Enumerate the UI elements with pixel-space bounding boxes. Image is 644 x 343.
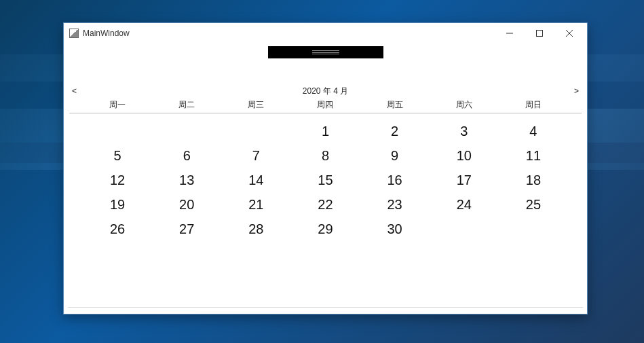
day-cell[interactable]: 4	[499, 119, 568, 143]
svg-rect-1	[537, 31, 543, 37]
day-cell[interactable]: 11	[499, 143, 568, 168]
day-cell[interactable]: 13	[152, 168, 221, 192]
days-grid: 1 2 3 4 5 6 7 8 9 10 11 12 13 14 15 16 1…	[69, 113, 582, 241]
next-month-button[interactable]: >	[571, 86, 582, 96]
day-header: 周日	[499, 98, 568, 113]
day-header: 周六	[430, 98, 499, 113]
day-headers-row: 周一 周二 周三 周四 周五 周六 周日	[69, 98, 582, 113]
main-window: MainWindow < 2020 年 4 月 > 周一 周二 周三 周四 周五	[63, 22, 588, 314]
day-cell[interactable]: 23	[360, 192, 430, 217]
day-cell[interactable]: 3	[430, 119, 499, 143]
day-cell[interactable]: 10	[430, 143, 499, 168]
window-title: MainWindow	[83, 29, 130, 38]
day-header: 周四	[290, 98, 360, 113]
day-cell[interactable]: 18	[499, 168, 568, 192]
day-cell[interactable]: 29	[290, 217, 360, 241]
day-cell[interactable]: 25	[499, 192, 568, 217]
day-cell[interactable]	[221, 119, 290, 143]
day-cell[interactable]: 6	[152, 143, 221, 168]
prev-month-button[interactable]: <	[69, 86, 79, 96]
day-cell[interactable]: 24	[430, 192, 499, 217]
day-cell[interactable]: 9	[360, 143, 430, 168]
day-cell[interactable]: 2	[360, 119, 430, 143]
day-cell[interactable]: 22	[290, 192, 360, 217]
day-header: 周三	[221, 98, 290, 113]
day-cell[interactable]: 8	[290, 143, 360, 168]
day-cell[interactable]: 5	[83, 143, 152, 168]
day-cell[interactable]	[152, 119, 221, 143]
day-cell[interactable]: 28	[221, 217, 290, 241]
day-cell[interactable]: 15	[290, 168, 360, 192]
day-cell[interactable]: 26	[83, 217, 152, 241]
day-cell[interactable]: 30	[360, 217, 430, 241]
grip-icon	[312, 50, 339, 54]
day-cell[interactable]: 20	[152, 192, 221, 217]
day-cell[interactable]: 14	[221, 168, 290, 192]
month-navigation: < 2020 年 4 月 >	[69, 84, 582, 98]
day-cell[interactable]: 19	[83, 192, 152, 217]
day-cell[interactable]: 16	[360, 168, 430, 192]
day-header: 周二	[152, 98, 221, 113]
day-cell[interactable]	[499, 217, 568, 241]
month-label[interactable]: 2020 年 4 月	[303, 86, 348, 97]
close-button[interactable]	[554, 24, 584, 43]
minimize-button[interactable]	[495, 24, 525, 43]
day-header: 周一	[83, 98, 152, 113]
drag-handle[interactable]	[268, 46, 383, 58]
day-cell[interactable]	[83, 119, 152, 143]
day-cell[interactable]: 1	[290, 119, 360, 143]
day-cell[interactable]: 21	[221, 192, 290, 217]
status-bar	[68, 307, 583, 314]
toolbar	[64, 43, 587, 64]
day-cell[interactable]: 27	[152, 217, 221, 241]
maximize-button[interactable]	[525, 24, 554, 43]
app-icon	[69, 29, 79, 38]
day-cell[interactable]: 17	[430, 168, 499, 192]
titlebar[interactable]: MainWindow	[64, 23, 587, 43]
day-cell[interactable]	[430, 217, 499, 241]
calendar: < 2020 年 4 月 > 周一 周二 周三 周四 周五 周六 周日 1 2 …	[64, 64, 587, 307]
day-cell[interactable]: 7	[221, 143, 290, 168]
day-header: 周五	[360, 98, 430, 113]
day-cell[interactable]: 12	[83, 168, 152, 192]
